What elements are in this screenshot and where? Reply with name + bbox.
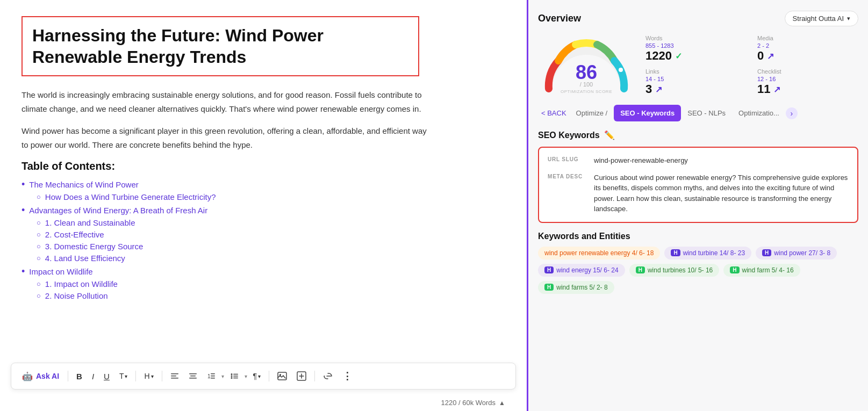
editor-content[interactable]: Harnessing the Future: Wind Power Renewa… — [0, 0, 527, 411]
tab-optimization[interactable]: Optimizatio... — [732, 105, 786, 121]
checklist-stat: Checklist 12 - 16 11 ↗ — [757, 68, 858, 96]
svg-point-10 — [231, 373, 232, 375]
toc-link-noise[interactable]: 2. Noise Pollution — [37, 291, 505, 300]
ai-icon: 🤖 — [22, 371, 33, 381]
underline-button[interactable]: U — [100, 369, 113, 384]
list-item: 4. Land Use Efficiency — [37, 254, 505, 263]
words-range: 855 - 1283 — [645, 42, 747, 49]
list-item: Impact on Wildlife 1. Impact on Wildlife… — [21, 266, 505, 300]
intro-paragraph-1: The world is increasingly embracing sust… — [21, 88, 430, 116]
tab-more-button[interactable]: › — [786, 107, 798, 119]
keyword-tag[interactable]: Hwind farm 5/ 4- 16 — [723, 264, 800, 277]
toc-list: The Mechanics of Wind Power How Does a W… — [21, 179, 505, 300]
ul-chevron: ▾ — [245, 373, 247, 379]
list-item: The Mechanics of Wind Power How Does a W… — [21, 179, 505, 201]
more-options-button[interactable]: ⋮ — [339, 367, 356, 385]
svg-point-12 — [231, 377, 232, 379]
checklist-range: 12 - 16 — [757, 76, 858, 82]
toc-link-impact[interactable]: Impact on Wildlife — [21, 266, 505, 277]
template-select-button[interactable]: Straight Outta AI ▾ — [785, 11, 858, 26]
text-style-button[interactable]: T ▾ — [116, 369, 132, 383]
tab-optimize[interactable]: Optimize / — [570, 105, 614, 121]
keyword-tag[interactable]: Hwind farms 5/ 2- 8 — [538, 281, 614, 294]
links-stat: Links 14 - 15 3 ↗ — [645, 68, 747, 96]
tab-seo-keywords[interactable]: SEO - Keywords — [614, 105, 681, 121]
toc-link-cost[interactable]: 2. Cost-Effective — [37, 230, 505, 239]
divider — [162, 371, 162, 381]
article-title: Harnessing the Future: Wind Power Renewa… — [32, 25, 408, 68]
overview-header: Overview Straight Outta AI ▾ — [538, 11, 858, 26]
keyword-tag[interactable]: Hwind energy 15/ 6- 24 — [538, 264, 625, 277]
toc-link-land[interactable]: 4. Land Use Efficiency — [37, 254, 505, 263]
word-count-value: 1220 / 60k Words — [441, 399, 496, 407]
svg-point-11 — [231, 376, 232, 377]
align-left-button[interactable] — [167, 369, 183, 383]
divider — [269, 371, 269, 381]
list-item: Advantages of Wind Energy: A Breath of F… — [21, 205, 505, 263]
gauge-stats-container: 86 / 100 OPTIMIZATION SCORE Words 855 - … — [538, 35, 858, 96]
svg-rect-14 — [233, 376, 238, 377]
stats-grid: Words 855 - 1283 1220 ✓ Media 2 - 2 0 ↗ … — [645, 35, 858, 96]
divider — [314, 371, 315, 381]
svg-text:/ 100: / 100 — [580, 81, 593, 88]
keywords-section-title: Keywords and Entities — [538, 232, 858, 241]
words-stat: Words 855 - 1283 1220 ✓ — [645, 35, 747, 63]
italic-button[interactable]: I — [88, 369, 98, 384]
heading-button[interactable]: H ▾ — [140, 369, 157, 383]
ask-ai-button[interactable]: 🤖 Ask AI — [18, 369, 63, 384]
list-item: 1. Clean and Sustainable — [37, 218, 505, 227]
svg-rect-7 — [211, 373, 215, 374]
edit-pencil-icon[interactable]: ✏️ — [604, 130, 615, 140]
toc-link-advantages[interactable]: Advantages of Wind Energy: A Breath of F… — [21, 205, 505, 216]
unordered-list-button[interactable] — [226, 369, 242, 383]
media-range: 2 - 2 — [757, 42, 858, 49]
tab-back-button[interactable]: < BACK — [538, 105, 570, 121]
toc-link-turbine[interactable]: How Does a Wind Turbine Generate Electri… — [37, 192, 505, 201]
paragraph-button[interactable]: ¶ ▾ — [249, 369, 265, 383]
keyword-tag[interactable]: Hwind turbines 10/ 5- 16 — [629, 264, 720, 277]
arrow-up-icon: ↗ — [767, 51, 774, 61]
image-button[interactable] — [274, 369, 291, 383]
url-slug-label: URL SLUG — [548, 155, 586, 166]
optimization-gauge: 86 / 100 OPTIMIZATION SCORE — [538, 35, 635, 94]
svg-rect-2 — [171, 378, 178, 379]
keyword-tag[interactable]: Hwind turbine 14/ 8- 23 — [664, 247, 751, 259]
bold-button[interactable]: B — [73, 369, 86, 384]
editor-panel: Harnessing the Future: Wind Power Renewa… — [0, 0, 527, 411]
ask-ai-label: Ask AI — [36, 372, 59, 380]
media-stat: Media 2 - 2 0 ↗ — [757, 35, 858, 63]
formatting-toolbar: 🤖 Ask AI B I U T ▾ H ▾ 1. ▾ ▾ ¶ ▾ — [11, 363, 516, 390]
title-box[interactable]: Harnessing the Future: Wind Power Renewa… — [21, 16, 419, 76]
toc-heading: Table of Contents: — [21, 160, 505, 172]
media-label: Media — [757, 35, 858, 41]
toc-link-clean[interactable]: 1. Clean and Sustainable — [37, 218, 505, 227]
links-value: 3 ↗ — [645, 82, 747, 96]
toc-link-domestic[interactable]: 3. Domestic Energy Source — [37, 242, 505, 251]
toc-link-mechanics[interactable]: The Mechanics of Wind Power — [21, 179, 505, 190]
svg-rect-4 — [190, 376, 196, 377]
media-value: 0 ↗ — [757, 49, 858, 63]
url-slug-row: URL SLUG wind-power-renewable-energy — [548, 155, 849, 166]
align-center-button[interactable] — [185, 369, 201, 383]
seo-keywords-section-title: SEO Keywords ✏️ — [538, 130, 858, 140]
chevron-down-icon: ▾ — [847, 15, 850, 22]
checklist-value: 11 ↗ — [757, 82, 858, 96]
svg-text:OPTIMIZATION SCORE: OPTIMIZATION SCORE — [561, 89, 612, 94]
keyword-tag[interactable]: Hwind power 27/ 3- 8 — [756, 247, 837, 259]
keyword-tag[interactable]: wind power renewable energy 4/ 6- 18 — [538, 247, 660, 259]
template-label: Straight Outta AI — [793, 15, 844, 23]
meta-desc-value: Curious about wind power renewable energ… — [594, 172, 849, 214]
meta-desc-label: META DESC — [548, 172, 586, 214]
tab-seo-nlps[interactable]: SEO - NLPs — [681, 105, 732, 121]
list-item: 2. Noise Pollution — [37, 291, 505, 300]
divider — [135, 371, 136, 381]
svg-rect-15 — [233, 378, 238, 379]
meta-desc-row: META DESC Curious about wind power renew… — [548, 172, 849, 214]
add-element-button[interactable] — [293, 369, 310, 384]
svg-point-21 — [618, 67, 623, 73]
toc-link-wildlife[interactable]: 1. Impact on Wildlife — [37, 279, 505, 289]
link-button[interactable] — [319, 370, 336, 383]
svg-rect-3 — [189, 373, 197, 374]
ordered-list-button[interactable]: 1. — [203, 369, 219, 383]
seo-keywords-box: URL SLUG wind-power-renewable-energy MET… — [538, 147, 858, 223]
